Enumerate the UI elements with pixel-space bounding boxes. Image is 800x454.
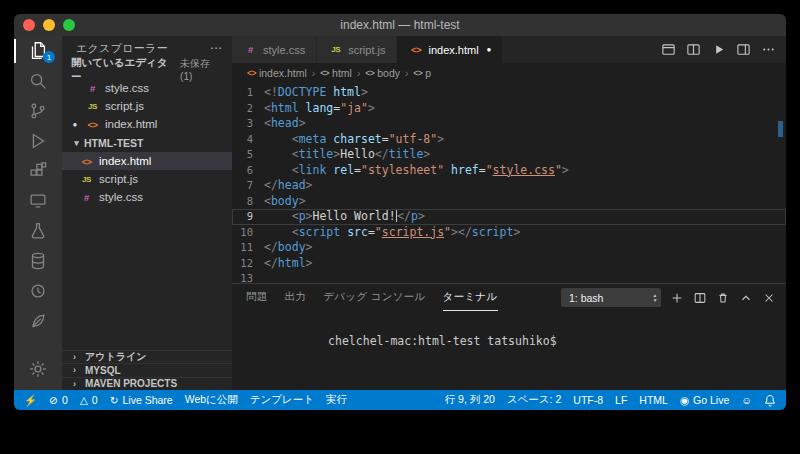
terminal-content[interactable]: chelchel-mac:html-test tatsuhiko$ — [232, 311, 786, 390]
activity-live-share[interactable] — [14, 306, 62, 336]
status-feedback[interactable]: ☺ — [741, 394, 752, 406]
activity-history[interactable] — [14, 276, 62, 306]
sidebar-section-2[interactable]: ›MAVEN PROJECTS — [62, 377, 232, 391]
status-cursor-position[interactable]: 行 9, 列 20 — [445, 393, 495, 407]
maximize-panel-icon[interactable] — [739, 291, 753, 305]
breadcrumb-item[interactable]: <>index.html — [247, 67, 307, 79]
open-editor-item[interactable]: JSscript.js — [62, 97, 232, 115]
code-line[interactable]: 4 <meta charset="utf-8"> — [232, 132, 786, 148]
clock-icon — [27, 280, 49, 302]
code-line[interactable]: 1<!DOCTYPE html> — [232, 85, 786, 101]
close-window-button[interactable] — [23, 19, 35, 31]
status-encoding[interactable]: UTF-8 — [573, 394, 603, 406]
activity-database[interactable] — [14, 246, 62, 276]
code-line[interactable]: 6 <link rel="stylesheet" href="style.css… — [232, 163, 786, 179]
breadcrumb-item[interactable]: <>p — [413, 67, 431, 79]
status-right-items: 行 9, 列 20スペース: 2UTF-8LFHTML◉Go Live☺ — [445, 390, 752, 410]
split-editor-icon[interactable] — [686, 42, 701, 57]
notifications-bell-icon[interactable] — [764, 394, 776, 407]
zoom-window-button[interactable] — [63, 19, 75, 31]
status-language-mode[interactable]: HTML — [639, 394, 668, 406]
status-run[interactable]: 実行 — [326, 393, 347, 407]
code-line[interactable]: 9 <p>Hello World!</p> — [232, 209, 786, 225]
status-remote[interactable]: ⚡ — [24, 394, 37, 407]
panel-tab-3[interactable]: ターミナル — [443, 284, 498, 311]
activity-remote-explorer[interactable] — [14, 186, 62, 216]
tab-index.html[interactable]: <>index.html● — [397, 36, 503, 63]
code-line[interactable]: 10 <script src="script.js"></script> — [232, 225, 786, 241]
code-line[interactable]: 13 — [232, 271, 786, 283]
split-terminal-icon[interactable] — [693, 291, 707, 305]
terminal-shell-select[interactable]: 1: bash ▴▾ — [561, 288, 661, 307]
status-template[interactable]: テンプレート — [250, 393, 314, 407]
status-label: LF — [615, 394, 627, 406]
activity-search[interactable] — [14, 66, 62, 96]
chevron-right-icon: › — [69, 365, 80, 375]
code-line[interactable]: 12</html> — [232, 256, 786, 272]
more-actions-icon[interactable] — [761, 42, 776, 57]
workspace-folder-header[interactable]: ▾ HTML-TEST — [62, 133, 232, 152]
panel-tab-0[interactable]: 問題 — [246, 284, 268, 311]
open-editor-item[interactable]: ●<>index.html — [62, 115, 232, 133]
workspace-file-item[interactable]: <>index.html — [62, 152, 232, 170]
close-panel-icon[interactable] — [762, 291, 776, 305]
status-label: スペース: 2 — [507, 393, 561, 407]
code-line[interactable]: 2<html lang="ja"> — [232, 101, 786, 117]
status-warnings[interactable]: △0 — [80, 394, 98, 406]
workbench: 1 — [14, 36, 786, 390]
status-live-share[interactable]: ↻Live Share — [110, 394, 173, 406]
flask-icon — [27, 220, 49, 242]
element-symbol-icon: <> — [320, 68, 329, 78]
workspace-folder-label: HTML-TEST — [84, 137, 144, 149]
status-label: 0 — [62, 394, 68, 406]
breadcrumb-item[interactable]: <>body — [365, 67, 400, 79]
activity-testing[interactable] — [14, 216, 62, 246]
bottom-panel: 問題出力デバッグ コンソールターミナル 1: bash ▴▾ — [232, 283, 786, 390]
run-icon[interactable] — [711, 42, 726, 57]
panel-tab-1[interactable]: 出力 — [285, 284, 307, 311]
shell-select-value: 1: bash — [569, 292, 603, 304]
panel-tab-2[interactable]: デバッグ コンソール — [323, 284, 425, 311]
kill-terminal-icon[interactable] — [716, 291, 730, 305]
sidebar-explorer: エクスプローラー ⋯ 開いているエディター 未保存 (1) #style.css… — [62, 36, 232, 390]
open-editors-header[interactable]: 開いているエディター 未保存 (1) — [62, 60, 232, 79]
code-line[interactable]: 8<body> — [232, 194, 786, 210]
activity-settings[interactable] — [14, 354, 62, 384]
extensions-icon — [27, 160, 49, 182]
code-line[interactable]: 7</head> — [232, 178, 786, 194]
code-editor[interactable]: 1<!DOCTYPE html>2<html lang="ja">3<head>… — [232, 83, 786, 283]
activity-source-control[interactable] — [14, 96, 62, 126]
status-errors[interactable]: ⊘0 — [49, 394, 68, 406]
code-line[interactable]: 5 <title>Hello</title> — [232, 147, 786, 163]
more-actions-icon[interactable]: ⋯ — [210, 41, 222, 55]
breadcrumb-item[interactable]: <>html — [320, 67, 352, 79]
status-indentation[interactable]: スペース: 2 — [507, 393, 561, 407]
status-go-live[interactable]: ◉Go Live — [680, 394, 729, 406]
tab-label: style.css — [263, 44, 305, 56]
html-file-icon: <> — [408, 44, 423, 55]
titlebar[interactable]: index.html — html-test — [14, 14, 786, 36]
workspace-file-item[interactable]: #style.css — [62, 188, 232, 206]
code-line[interactable]: 3<head> — [232, 116, 786, 132]
activity-extensions[interactable] — [14, 156, 62, 186]
workspace-file-item[interactable]: JSscript.js — [62, 170, 232, 188]
status-eol[interactable]: LF — [615, 394, 627, 406]
gear-icon — [27, 358, 49, 380]
layout-icon[interactable] — [736, 42, 751, 57]
overview-ruler[interactable] — [776, 83, 786, 283]
tab-script.js[interactable]: JSscript.js — [317, 36, 397, 63]
open-preview-icon[interactable] — [661, 42, 676, 57]
sidebar-section-0[interactable]: ›アウトライン — [62, 350, 232, 364]
minimize-window-button[interactable] — [43, 19, 55, 31]
sidebar-section-1[interactable]: ›MYSQL — [62, 363, 232, 377]
status-right-group: 行 9, 列 20スペース: 2UTF-8LFHTML◉Go Live☺ — [445, 390, 776, 410]
status-publish-web[interactable]: Webに公開 — [185, 393, 238, 407]
new-terminal-icon[interactable] — [670, 291, 684, 305]
modified-dot-icon: ● — [70, 120, 80, 129]
code-line[interactable]: 11</body> — [232, 240, 786, 256]
activity-run-debug[interactable] — [14, 126, 62, 156]
activity-explorer[interactable]: 1 — [14, 36, 62, 66]
js-file-icon: JS — [328, 45, 343, 54]
tab-style.css[interactable]: #style.css — [232, 36, 317, 63]
line-number: 6 — [232, 163, 264, 179]
